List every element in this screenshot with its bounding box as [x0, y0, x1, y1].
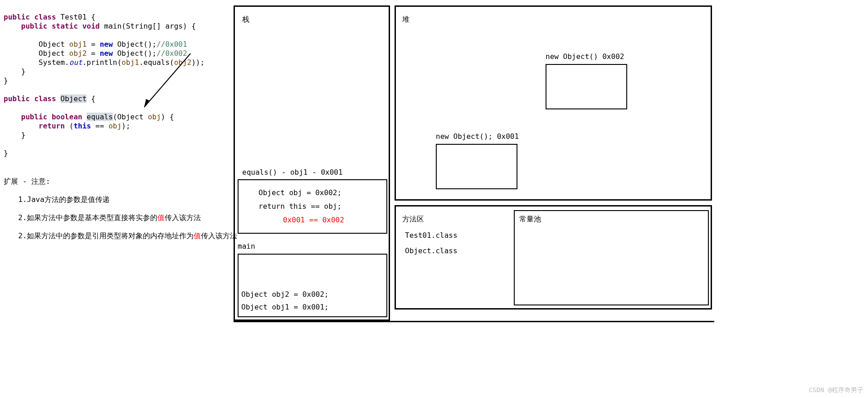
arrow-icon [136, 50, 195, 113]
main-frame: Object obj2 = 0x002; Object obj1 = 0x001… [238, 254, 387, 317]
main-frame-label: main [238, 242, 255, 251]
heap-area: 堆 new Object() 0x002 new Object(); 0x001 [395, 5, 712, 201]
heap-obj1-box [436, 144, 517, 189]
method-area-title: 方法区 [402, 215, 424, 224]
equals-frame-label: equals() - obj1 - 0x001 [242, 168, 343, 177]
note-2: 2.如果方法中参数是基本类型直接将实参的值传入该方法 [4, 209, 237, 227]
diagram-canvas: public class Test01 { public static void… [0, 0, 868, 398]
stack-title: 栈 [242, 15, 249, 25]
svg-marker-1 [144, 99, 150, 107]
notes-title: 扩展 - 注意: [4, 172, 237, 191]
equals-line-2: return this == obj; [258, 202, 341, 211]
equals-frame: Object obj = 0x002; return this == obj; … [238, 179, 387, 234]
heap-obj2-box [546, 64, 627, 109]
method-class-2: Object.class [405, 246, 458, 255]
stack-area: 栈 equals() - obj1 - 0x001 Object obj = 0… [234, 5, 390, 321]
watermark: CSDN @程序奇男子 [809, 386, 863, 394]
equals-line-1: Object obj = 0x002; [258, 188, 341, 197]
note-3: 2.如果方法中的参数是引用类型将对象的内存地址作为值传入该方法 [4, 227, 237, 245]
heap-obj1-label: new Object(); 0x001 [436, 132, 519, 141]
constant-pool-title: 常量池 [519, 215, 541, 224]
svg-line-0 [144, 54, 190, 107]
heap-title: 堆 [402, 15, 410, 25]
constant-pool: 常量池 [514, 210, 709, 305]
method-area: 方法区 Test01.class Object.class 常量池 [395, 205, 712, 310]
method-class-1: Test01.class [405, 231, 458, 240]
main-line-1: Object obj2 = 0x002; [241, 290, 329, 299]
diagram-baseline [234, 321, 714, 322]
note-1: 1.Java方法的参数是值传递 [4, 191, 237, 209]
heap-obj2-label: new Object() 0x002 [546, 52, 624, 61]
notes-block: 扩展 - 注意: 1.Java方法的参数是值传递 2.如果方法中参数是基本类型直… [4, 172, 237, 245]
main-line-2: Object obj1 = 0x001; [241, 303, 329, 311]
equals-line-3: 0x001 == 0x002 [283, 216, 344, 224]
